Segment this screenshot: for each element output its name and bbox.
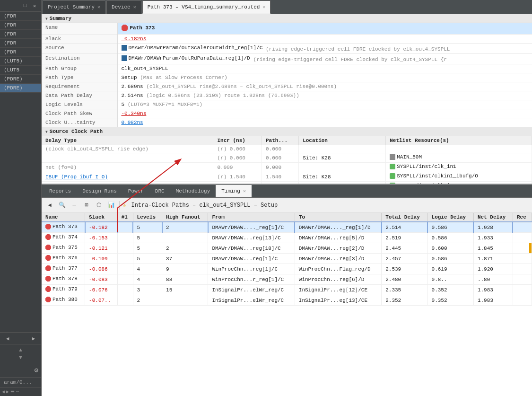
net-icon (390, 173, 395, 179)
timing-from-cell: WinProcChn...r_reg[1]/C (208, 274, 295, 285)
timing-to-cell: DMAWr/DMAW...reg[3]/D (295, 254, 381, 264)
slack-value: -0.121 (89, 246, 108, 251)
top-panel: ▼ Summary NamePath 373Slack-0.182nsSourc… (42, 14, 532, 185)
sidebar-item[interactable]: (LUT5 (0, 66, 41, 75)
cell-link[interactable]: IBUF (Prop ibuf I O) (45, 174, 108, 180)
sidebar-items: (FDR(FDR(FDR(FDR(FDR(LUT5)(LUT5(PDRE)(PD… (0, 12, 41, 332)
timing-fanout-cell: 88 (162, 274, 208, 285)
link-value[interactable]: 0.082ns (122, 120, 143, 125)
right-arrow-icon[interactable]: ▶ (30, 334, 37, 342)
clock-cell: MAIN_50M (386, 153, 532, 163)
orange-indicator (529, 243, 532, 253)
link-value[interactable]: -0.182ns (122, 36, 147, 42)
sidebar-item[interactable]: (LUT5) (0, 57, 41, 66)
timing-from-cell: DMAWr/DMAW...._reg[1]/C (208, 222, 295, 233)
chip-value: DMAWr/DMAWrParam/OutRdParaData_reg[1]/D (122, 55, 250, 61)
timing-col-header: Total Delay (382, 213, 427, 222)
timing-total-cell: 2.352 (382, 295, 427, 306)
timing-row[interactable]: Path 373-0.18252DMAWr/DMAW...._reg[1]/CD… (42, 222, 532, 233)
plain-value: 2.689ns (122, 84, 143, 89)
timing-row[interactable]: Path 378-0.083488WinProcChn...r_reg[1]/C… (42, 274, 532, 285)
main-area: Project Summary✕Device✕Path 373 – VS4_ti… (42, 0, 532, 396)
timing-name-cell: Path 379 (42, 285, 85, 295)
collapse-clock-triangle[interactable]: ▼ (45, 130, 48, 134)
plain-value: Setup (122, 75, 137, 80)
tab-label: Device (112, 4, 131, 10)
bottom-tab-label: Reports (49, 188, 71, 194)
bottom-tab-close[interactable]: ✕ (243, 188, 246, 194)
bottom-tab-reports[interactable]: Reports (44, 185, 77, 197)
timing-from-cell: WinProcChn...reg[1]/C (208, 264, 295, 274)
more-icon[interactable]: ⋯ (16, 389, 19, 395)
bottom-tab-timing[interactable]: Timing✕ (216, 185, 252, 197)
left-arrow-icon[interactable]: ◀ (4, 334, 11, 342)
sidebar-item[interactable]: (FDR (0, 39, 41, 48)
timing-row[interactable]: Path 379-0.076315InSignalPr...elWr_reg/C… (42, 285, 532, 295)
timing-row[interactable]: Path 377-0.08649WinProcChn...reg[1]/CWin… (42, 264, 532, 274)
collapse-triangle[interactable]: ▼ (45, 17, 48, 21)
bottom-tab-design runs[interactable]: Design Runs (77, 185, 122, 197)
clock-cell: 0.000 (262, 153, 299, 163)
timing-net-cell: 1.871 (473, 254, 513, 264)
sidebar-item[interactable]: (PDRE) (0, 84, 41, 93)
summary-table: NamePath 373Slack-0.182nsSourceDMAWr/DMA… (42, 23, 532, 127)
timing-fanout-cell: 15 (162, 285, 208, 295)
nav-right-icon[interactable]: ▶ (6, 389, 9, 395)
sidebar-item[interactable]: (FDR (0, 12, 41, 21)
tab-device[interactable]: Device✕ (106, 0, 141, 14)
chip-value: DMAWr/DMAWrParam/OutScalerOutWidth_reg[1… (122, 45, 263, 51)
timing-slack-cell: -0.109 (85, 254, 118, 264)
summary-value: clk_out4_SYSPLL (117, 64, 532, 73)
timing-to-cell: WinProcChn...Flag_reg/D (295, 264, 381, 274)
timing-row[interactable]: Path 374-0.1535DMAWr/DMAW...reg[13]/CDMA… (42, 233, 532, 243)
filter-icon[interactable]: ⬡ (94, 200, 104, 211)
toolbar-separator (119, 201, 120, 210)
tab-project-summary[interactable]: Project Summary✕ (43, 0, 105, 14)
tab-close-icon[interactable]: ✕ (133, 4, 136, 10)
timing-row[interactable]: Path 375-0.12152DMAWr/DMAW...reg[18]/CDM… (42, 243, 532, 254)
timing-row[interactable]: Path 380-0.07..2InSignalPr...elWr_reg/CI… (42, 295, 532, 306)
bottom-tab-power[interactable]: Power (122, 185, 149, 197)
resource-name: SYSPLL/inst/clk_in1 (397, 164, 456, 169)
chart-icon[interactable]: 📊 (106, 200, 116, 211)
summary-row: Logic Levels5 (LUT6=3 MUXF7=1 MUXF8=1) (42, 100, 532, 109)
clock-path-header: ▼ Source Clock Path (42, 127, 532, 136)
up-arrow[interactable]: ▲ (18, 346, 23, 354)
collapse-expand-icon[interactable]: ◀ (44, 200, 55, 211)
plain-note: (LUT6=3 MUXF7=1 MUXF8=1) (128, 102, 202, 107)
plain-note: (clk_out4_SYSPLL rise@2.689ns – clk_out4… (146, 84, 337, 89)
tab-close-icon[interactable]: ✕ (97, 4, 100, 10)
list-icon[interactable]: ☰ (10, 389, 15, 395)
timing-hash-cell (117, 274, 133, 285)
tab-path-373-–-vs4_timin[interactable]: Path 373 – VS4_timing_summary_routed✕ (142, 0, 271, 14)
slack-value: -0.076 (89, 287, 108, 293)
bottom-tab-label: Methodology (176, 188, 210, 194)
bottom-tab-drc[interactable]: DRC (149, 185, 170, 197)
timing-hash-cell (117, 264, 133, 274)
gear-icon[interactable]: ⚙ (35, 366, 38, 374)
sidebar-item[interactable]: (FDR (0, 48, 41, 57)
param-label[interactable]: aram/0... (4, 379, 37, 385)
down-arrow[interactable]: ▼ (18, 354, 23, 361)
link-value[interactable]: -0.340ns (122, 111, 147, 116)
close-icon[interactable]: ✕ (31, 2, 38, 9)
tab-close-icon[interactable]: ✕ (262, 4, 265, 10)
timing-table-wrap[interactable]: NameSlack#1LevelsHigh FanoutFromToTotal … (42, 213, 532, 396)
timing-to-cell: WinProcChn...reg[6]/D (295, 274, 381, 285)
timing-fanout-cell: 9 (162, 264, 208, 274)
summary-row: Path TypeSetup (Max at Slow Process Corn… (42, 73, 532, 82)
nav-left-icon[interactable]: ◀ (2, 389, 5, 395)
clock-cell: 0.000 (262, 163, 299, 172)
timing-net-cell: 1.983 (473, 295, 513, 306)
minus-icon[interactable]: — (69, 200, 79, 211)
sidebar-item[interactable]: (FDR (0, 30, 41, 39)
timing-levels-cell: 2 (133, 295, 162, 306)
bottom-tab-methodology[interactable]: Methodology (170, 185, 216, 197)
sidebar-item[interactable]: (PDRE) (0, 75, 41, 84)
restore-icon[interactable]: □ (21, 2, 29, 9)
search-icon[interactable]: 🔍 (57, 200, 67, 211)
grid-icon[interactable]: ⊞ (81, 200, 92, 211)
timing-row[interactable]: Path 376-0.109537DMAWr/DMAW...reg[1]/CDM… (42, 254, 532, 264)
chip-icon (122, 45, 127, 51)
sidebar-item[interactable]: (FDR (0, 21, 41, 30)
